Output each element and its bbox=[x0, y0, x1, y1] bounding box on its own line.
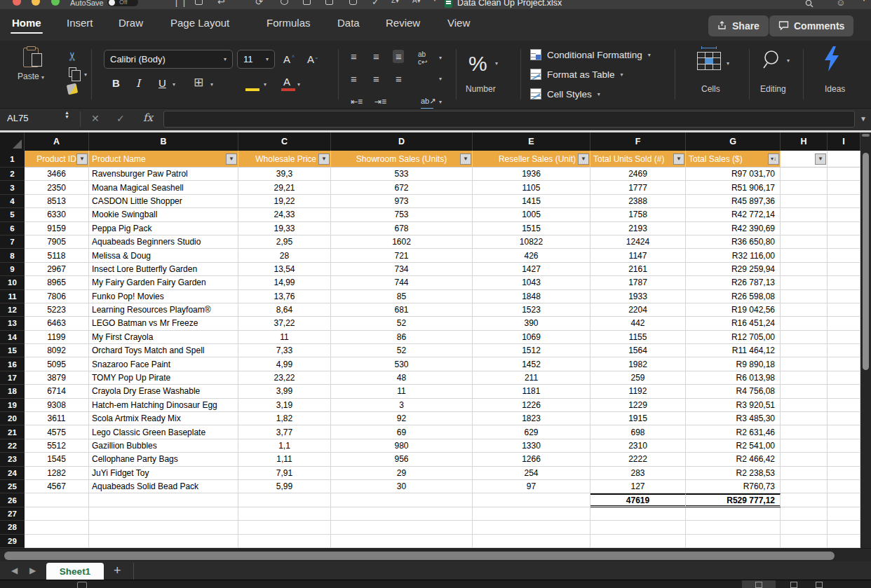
cell-C7[interactable]: 2,95 bbox=[238, 235, 331, 249]
cell-E11[interactable]: 1848 bbox=[473, 290, 590, 303]
column-header-I[interactable]: I bbox=[828, 132, 860, 151]
confirm-entry-icon[interactable]: ✓ bbox=[116, 113, 125, 124]
cell-E27[interactable] bbox=[473, 507, 590, 521]
comments-button[interactable]: Comments bbox=[769, 15, 853, 36]
cell-B19[interactable]: Hatch-em Hatching Dinosaur Egg bbox=[89, 399, 238, 412]
header-cell-H1[interactable]: ▼ bbox=[781, 151, 828, 167]
column-header-G[interactable]: G bbox=[686, 132, 781, 151]
column-header-H[interactable]: H bbox=[781, 132, 828, 151]
cell-A27[interactable] bbox=[25, 507, 89, 521]
row-number-2[interactable]: 2 bbox=[0, 167, 25, 181]
tab-page-layout[interactable]: Page Layout bbox=[170, 17, 229, 29]
format-as-table-button[interactable]: Format as Table▾ bbox=[530, 69, 623, 80]
cell-H23[interactable] bbox=[781, 453, 828, 466]
ideas-lightning-icon[interactable] bbox=[822, 46, 842, 74]
cell-I27[interactable] bbox=[828, 507, 860, 521]
cell-F23[interactable]: 2222 bbox=[590, 453, 686, 466]
cell-C21[interactable]: 3,77 bbox=[238, 425, 331, 439]
cell-G10[interactable]: R26 787,13 bbox=[686, 276, 781, 289]
row-number-8[interactable]: 8 bbox=[0, 249, 25, 262]
cell-D5[interactable]: 753 bbox=[331, 208, 473, 221]
cell-I5[interactable] bbox=[828, 208, 860, 221]
cell-I25[interactable] bbox=[828, 480, 860, 493]
cell-F16[interactable]: 1982 bbox=[590, 357, 686, 371]
cell-H4[interactable] bbox=[781, 195, 828, 208]
cell-C14[interactable]: 11 bbox=[238, 331, 331, 344]
cell-B24[interactable]: JuYi Fidget Toy bbox=[89, 467, 238, 480]
row-number-11[interactable]: 11 bbox=[0, 290, 25, 303]
cell-F22[interactable]: 2310 bbox=[590, 439, 686, 453]
copy-icon[interactable] bbox=[69, 67, 76, 77]
share-button[interactable]: Share bbox=[708, 15, 769, 36]
cell-D10[interactable]: 744 bbox=[331, 276, 473, 289]
cell-G29[interactable] bbox=[686, 535, 781, 548]
row-number-18[interactable]: 18 bbox=[0, 385, 25, 398]
cell-G20[interactable]: R3 485,30 bbox=[686, 412, 781, 425]
cell-E4[interactable]: 1415 bbox=[473, 195, 590, 208]
cell-B2[interactable]: Ravensburger Paw Patrol bbox=[89, 167, 238, 181]
page-layout-view-icon[interactable] bbox=[790, 582, 797, 588]
minimize-window-icon[interactable] bbox=[32, 0, 40, 6]
increase-font-size-button[interactable]: A＾ bbox=[283, 53, 296, 65]
cell-E14[interactable]: 1069 bbox=[473, 331, 590, 344]
cell-E15[interactable]: 1512 bbox=[473, 344, 590, 357]
row-number-3[interactable]: 3 bbox=[0, 181, 25, 194]
filter-dropdown-icon[interactable]: ▼ bbox=[76, 153, 88, 165]
filter-sort-descending-icon[interactable]: ▾↓ bbox=[768, 153, 779, 165]
cell-E5[interactable]: 1005 bbox=[473, 208, 590, 221]
tab-formulas[interactable]: Formulas bbox=[266, 17, 311, 29]
cell-H24[interactable] bbox=[781, 467, 828, 480]
titlebar-dropdown-icon[interactable]: ▼ bbox=[861, 0, 867, 3]
cell-G12[interactable]: R19 042,56 bbox=[686, 303, 781, 317]
copy-dropdown-icon[interactable]: ▾ bbox=[84, 71, 87, 78]
cell-H9[interactable] bbox=[781, 263, 828, 276]
cell-H29[interactable] bbox=[781, 535, 828, 548]
cell-H16[interactable] bbox=[781, 357, 828, 371]
select-all-corner[interactable] bbox=[0, 132, 25, 151]
cell-I15[interactable] bbox=[828, 344, 860, 357]
cell-F19[interactable]: 1229 bbox=[590, 399, 686, 412]
cell-I29[interactable] bbox=[828, 535, 860, 548]
bold-button[interactable]: B bbox=[112, 77, 120, 89]
cell-A19[interactable]: 9308 bbox=[25, 399, 89, 412]
italic-button[interactable]: I bbox=[136, 77, 140, 90]
cell-B13[interactable]: LEGO Batman vs Mr Freeze bbox=[89, 317, 238, 330]
filter-dropdown-icon[interactable]: ▼ bbox=[578, 153, 589, 165]
row-number-27[interactable]: 27 bbox=[0, 507, 25, 521]
cell-E28[interactable] bbox=[473, 521, 590, 534]
cell-A5[interactable]: 6330 bbox=[25, 208, 89, 221]
row-number-14[interactable]: 14 bbox=[0, 331, 25, 344]
feedback-smiley-icon[interactable]: ☺ bbox=[836, 0, 845, 8]
cell-A7[interactable]: 7905 bbox=[25, 235, 89, 249]
cell-A25[interactable]: 4567 bbox=[25, 480, 89, 493]
cell-C27[interactable] bbox=[238, 507, 331, 521]
cell-B10[interactable]: My Fairy Garden Fairy Garden bbox=[89, 276, 238, 289]
cell-F6[interactable]: 2193 bbox=[590, 222, 686, 235]
row-number-6[interactable]: 6 bbox=[0, 222, 25, 235]
cell-I16[interactable] bbox=[828, 357, 860, 371]
cell-F20[interactable]: 1915 bbox=[590, 412, 686, 425]
cell-B18[interactable]: Crayola Dry Erase Washable bbox=[89, 385, 238, 398]
cell-D28[interactable] bbox=[331, 521, 473, 534]
cell-B8[interactable]: Melissa & Doug bbox=[89, 249, 238, 262]
cancel-entry-icon[interactable]: ✕ bbox=[91, 113, 100, 124]
cell-C24[interactable]: 7,91 bbox=[238, 467, 331, 480]
cell-A17[interactable]: 3879 bbox=[25, 371, 89, 385]
cell-G21[interactable]: R2 631,46 bbox=[686, 425, 781, 439]
cell-I6[interactable] bbox=[828, 222, 860, 235]
cell-E16[interactable]: 1452 bbox=[473, 357, 590, 371]
cell-H6[interactable] bbox=[781, 222, 828, 235]
cell-E8[interactable]: 426 bbox=[473, 249, 590, 262]
close-window-icon[interactable] bbox=[13, 0, 21, 6]
column-header-A[interactable]: A bbox=[25, 132, 89, 151]
cell-I13[interactable] bbox=[828, 317, 860, 330]
cell-D11[interactable]: 85 bbox=[331, 290, 473, 303]
row-number-4[interactable]: 4 bbox=[0, 195, 25, 208]
cell-C18[interactable]: 3,99 bbox=[238, 385, 331, 398]
cell-I10[interactable] bbox=[828, 276, 860, 289]
cell-A20[interactable]: 3611 bbox=[25, 412, 89, 425]
cell-G28[interactable] bbox=[686, 521, 781, 534]
number-format-dropdown-icon[interactable]: ▾ bbox=[495, 60, 498, 67]
cell-D12[interactable]: 681 bbox=[331, 303, 473, 317]
cell-A15[interactable]: 8092 bbox=[25, 344, 89, 357]
